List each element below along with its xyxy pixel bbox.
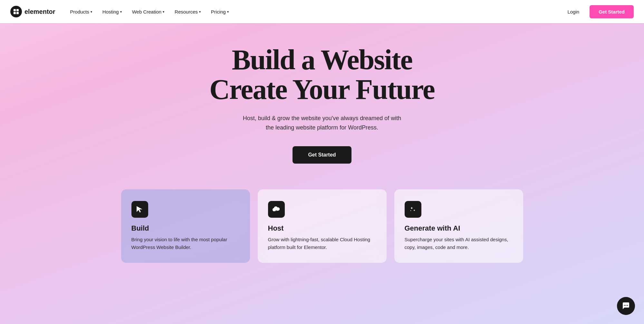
- svg-rect-1: [16, 9, 19, 11]
- nav-item-pricing[interactable]: Pricing ▾: [207, 6, 233, 17]
- svg-point-7: [626, 305, 627, 306]
- card-host-desc: Grow with lightning-fast, scalable Cloud…: [268, 236, 376, 251]
- svg-point-8: [627, 305, 628, 306]
- chevron-down-icon: ▾: [227, 10, 229, 14]
- svg-rect-3: [16, 12, 19, 14]
- chevron-down-icon: ▾: [199, 10, 201, 14]
- card-ai[interactable]: Generate with AI Supercharge your sites …: [394, 189, 523, 263]
- svg-point-6: [624, 305, 625, 306]
- logo-icon: [10, 6, 22, 17]
- card-host-title: Host: [268, 224, 376, 233]
- card-host[interactable]: Host Grow with lightning-fast, scalable …: [258, 189, 387, 263]
- svg-rect-0: [14, 9, 16, 11]
- build-icon: [131, 201, 148, 218]
- navbar: elementor Products ▾ Hosting ▾ Web Creat…: [0, 0, 644, 23]
- logo-text: elementor: [24, 8, 55, 15]
- hero-subtitle: Host, build & grow the website you've al…: [238, 114, 406, 132]
- svg-rect-2: [14, 12, 16, 14]
- nav-item-products[interactable]: Products ▾: [66, 6, 97, 17]
- nav-item-resources[interactable]: Resources ▾: [170, 6, 205, 17]
- svg-marker-4: [137, 206, 142, 213]
- nav-links: Products ▾ Hosting ▾ Web Creation ▾ Reso…: [66, 6, 562, 17]
- nav-item-hosting[interactable]: Hosting ▾: [98, 6, 126, 17]
- hero-cta-button[interactable]: Get Started: [293, 146, 351, 164]
- logo-link[interactable]: elementor: [10, 6, 55, 17]
- nav-right: Login Get Started: [562, 5, 634, 18]
- card-build-title: Build: [131, 224, 240, 233]
- card-ai-title: Generate with AI: [405, 224, 513, 233]
- login-button[interactable]: Login: [562, 6, 584, 17]
- ai-icon: [405, 201, 421, 218]
- chat-bubble-button[interactable]: [617, 297, 635, 315]
- card-build[interactable]: Build Bring your vision to life with the…: [121, 189, 250, 263]
- hero-title: Build a Website Create Your Future: [209, 45, 435, 105]
- host-icon: [268, 201, 285, 218]
- chevron-down-icon: ▾: [91, 10, 92, 14]
- card-ai-desc: Supercharge your sites with AI assisted …: [405, 236, 513, 251]
- nav-item-webcreation[interactable]: Web Creation ▾: [128, 6, 169, 17]
- chevron-down-icon: ▾: [163, 10, 164, 14]
- nav-get-started-button[interactable]: Get Started: [590, 5, 634, 18]
- card-build-desc: Bring your vision to life with the most …: [131, 236, 240, 251]
- cards-section: Build Bring your vision to life with the…: [0, 189, 644, 282]
- chevron-down-icon: ▾: [120, 10, 122, 14]
- hero-section: Build a Website Create Your Future Host,…: [0, 0, 644, 324]
